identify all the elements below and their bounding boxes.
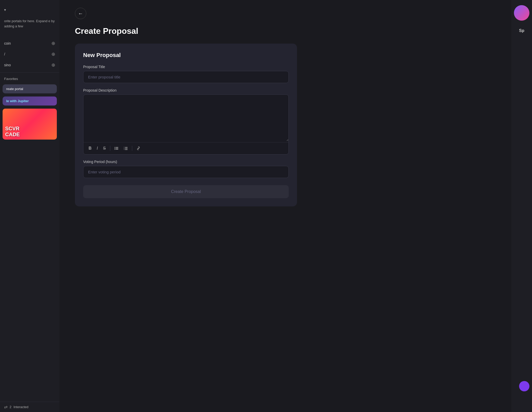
- strikethrough-button[interactable]: S: [101, 144, 108, 152]
- right-panel-label: Sp: [511, 26, 532, 36]
- svg-rect-7: [125, 147, 128, 148]
- sidebar-info-text: orite portals for here. Expand e by addi…: [0, 14, 59, 33]
- jupiter-label: le with Jupiter: [6, 99, 29, 103]
- add-coin-icon[interactable]: ⊕: [51, 41, 55, 46]
- sidebar-favorites-label: Favorites: [0, 75, 59, 83]
- status-bar: ⇄ 2 Interacted: [0, 402, 59, 412]
- description-label: Proposal Description: [83, 88, 289, 92]
- sidebar-dropdown[interactable]: ▾: [0, 5, 59, 14]
- link-button[interactable]: [134, 145, 143, 152]
- description-textarea[interactable]: [83, 95, 288, 141]
- image-card-label: SCVRCADE: [3, 124, 22, 140]
- back-button[interactable]: ←: [75, 8, 86, 19]
- proposal-title-input[interactable]: [83, 71, 289, 83]
- svg-rect-11: [125, 149, 128, 150]
- svg-rect-9: [125, 148, 128, 149]
- sidebar-item-coin[interactable]: coin ⊕: [0, 38, 59, 49]
- interacted-count: 2: [10, 405, 11, 409]
- user-avatar: [514, 5, 529, 21]
- sidebar-item-slash[interactable]: / ⊕: [0, 49, 59, 60]
- proposal-card-title: New Proposal: [83, 52, 289, 59]
- ordered-list-button[interactable]: 1. 2. 3.: [122, 145, 130, 152]
- bullet-list-button[interactable]: [112, 145, 121, 152]
- svg-point-2: [114, 148, 115, 149]
- dropdown-arrow-icon: ▾: [4, 8, 6, 12]
- sidebar-divider: [0, 72, 59, 73]
- image-card[interactable]: SCVRCADE: [3, 109, 57, 140]
- jupiter-button[interactable]: le with Jupiter: [3, 96, 57, 106]
- sidebar-item-label-coin: coin: [4, 41, 11, 45]
- svg-rect-1: [116, 147, 118, 148]
- toolbar-divider-2: [132, 146, 132, 151]
- sidebar: ▾ orite portals for here. Expand e by ad…: [0, 0, 59, 412]
- purple-dot-icon: [519, 381, 529, 391]
- page-title: Create Proposal: [75, 26, 496, 36]
- editor-toolbar: B I S 1.: [83, 142, 288, 154]
- voting-period-input[interactable]: [83, 166, 289, 178]
- voting-period-label: Voting Period (hours): [83, 160, 289, 164]
- italic-button[interactable]: I: [95, 144, 100, 152]
- sidebar-item-label-sino: sino: [4, 63, 11, 67]
- bold-button[interactable]: B: [87, 144, 94, 152]
- proposal-title-label: Proposal Title: [83, 65, 289, 69]
- right-panel: Sp: [511, 0, 532, 412]
- description-editor: B I S 1.: [83, 94, 289, 155]
- interacted-label: Interacted: [13, 405, 28, 409]
- create-portal-button[interactable]: reate portal: [3, 84, 57, 93]
- proposal-card: New Proposal Proposal Title Proposal Des…: [75, 44, 297, 206]
- sidebar-item-sino[interactable]: sino ⊕: [0, 60, 59, 70]
- svg-point-4: [114, 149, 115, 150]
- main-content: ← Create Proposal New Proposal Proposal …: [59, 0, 511, 412]
- svg-rect-5: [116, 149, 118, 150]
- add-slash-icon[interactable]: ⊕: [51, 51, 55, 57]
- create-portal-label: reate portal: [6, 87, 23, 91]
- svg-rect-3: [116, 148, 118, 149]
- add-sino-icon[interactable]: ⊕: [51, 62, 55, 68]
- toolbar-divider-1: [110, 146, 110, 151]
- create-proposal-button[interactable]: Create Proposal: [83, 185, 289, 198]
- interacted-icon: ⇄: [4, 405, 7, 409]
- sidebar-item-label-slash: /: [4, 52, 5, 56]
- svg-point-0: [114, 147, 115, 148]
- svg-text:3.: 3.: [124, 149, 125, 150]
